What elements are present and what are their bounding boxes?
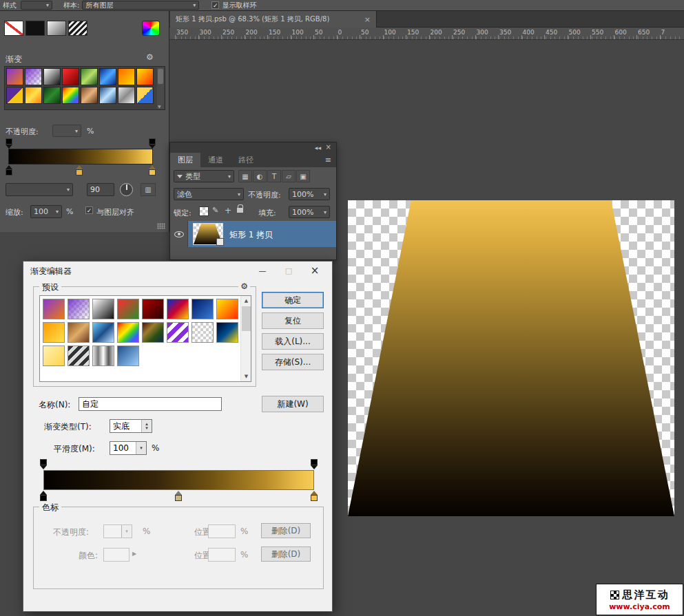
panel-opacity-field[interactable]: ▾ — [52, 125, 81, 137]
filter-smart-object-button[interactable]: ▣ — [296, 170, 310, 182]
angle-input[interactable]: 90 — [87, 183, 114, 196]
gradient-preset-swatch[interactable] — [68, 346, 90, 366]
swatch-none[interactable] — [4, 21, 23, 36]
gradient-preset-swatch[interactable] — [118, 68, 135, 85]
ok-button[interactable]: 确定 — [262, 292, 324, 308]
align-layer-checkbox[interactable]: ✓ — [85, 206, 93, 214]
filter-type-text-button[interactable]: T — [267, 170, 281, 182]
gradient-preset-swatch[interactable] — [81, 68, 98, 85]
gradient-preset-swatch[interactable] — [136, 68, 154, 85]
swatch-black[interactable] — [25, 21, 45, 36]
gradient-preset-swatch[interactable] — [43, 346, 65, 366]
gear-icon[interactable]: ⚙ — [238, 282, 250, 291]
lock-all-button[interactable] — [237, 204, 245, 215]
opacity-stop[interactable] — [39, 459, 48, 469]
blend-mode-dropdown[interactable]: 滤色 ▾ — [174, 188, 244, 200]
gradient-preset-swatch[interactable] — [6, 87, 23, 104]
scroll-up-arrow[interactable]: ▲ — [241, 296, 251, 306]
gradient-preset-swatch[interactable] — [99, 87, 116, 104]
new-button[interactable]: 新建(W) — [262, 396, 324, 412]
editor-gradient-bar[interactable] — [43, 470, 314, 490]
opacity-stop[interactable] — [310, 459, 318, 469]
layer-row[interactable]: 矩形 1 拷贝 — [170, 221, 336, 247]
gradient-preset-swatch[interactable] — [43, 87, 61, 104]
color-stop[interactable] — [310, 491, 318, 501]
presets-scrollbar[interactable]: ▼ — [157, 67, 164, 109]
rainbow-gradient-icon[interactable] — [142, 21, 160, 36]
save-button[interactable]: 存储(S)... — [262, 354, 324, 370]
layer-visibility-cell[interactable] — [170, 221, 188, 247]
sample-dropdown[interactable]: 所有图层 ▾ — [82, 1, 199, 10]
opacity-stop[interactable] — [148, 138, 156, 149]
opacity-stop[interactable] — [5, 138, 13, 149]
filter-adjustment-button[interactable]: ◐ — [253, 170, 267, 182]
dialog-close-button[interactable]: × — [303, 262, 327, 279]
gradient-preset-swatch[interactable] — [62, 68, 79, 85]
delete-opacity-stop-button[interactable]: 删除(D) — [261, 523, 311, 538]
filter-image-button[interactable]: ▦ — [238, 170, 252, 182]
dialog-titlebar[interactable]: 渐变编辑器 — □ × — [23, 262, 332, 279]
angle-dial[interactable] — [120, 183, 133, 196]
opacity-position-field[interactable] — [208, 524, 236, 538]
filter-shape-button[interactable]: ▱ — [282, 170, 296, 182]
gradient-preset-swatch[interactable] — [118, 87, 135, 104]
tab-layers[interactable]: 图层 — [170, 153, 200, 167]
gradient-preset-swatch[interactable] — [43, 68, 61, 85]
scrollbar-thumb[interactable] — [158, 69, 163, 84]
panel-resize-handle[interactable] — [157, 223, 165, 229]
gradient-options-button[interactable]: ▥ — [141, 183, 156, 196]
color-position-field[interactable] — [208, 548, 236, 562]
collapse-panel-icon[interactable]: ◀◀ — [315, 145, 321, 150]
gradient-preset-swatch[interactable] — [92, 322, 114, 343]
layer-opacity-dropdown[interactable]: 100% ▾ — [289, 188, 330, 200]
tab-close-icon[interactable]: × — [364, 15, 371, 24]
minimize-button[interactable]: — — [251, 262, 274, 279]
color-stop[interactable] — [148, 165, 156, 176]
load-button[interactable]: 载入(L)... — [262, 333, 324, 350]
delete-color-stop-button[interactable]: 删除(D) — [261, 546, 311, 562]
gradient-preset-swatch[interactable] — [216, 299, 238, 319]
gradient-midpoint[interactable] — [174, 491, 183, 501]
gradient-preset-swatch[interactable] — [142, 299, 164, 319]
gradient-preset-swatch[interactable] — [167, 299, 189, 319]
stop-color-swatch[interactable] — [103, 548, 129, 562]
panel-menu-icon[interactable]: ≡ — [325, 156, 331, 164]
maximize-button[interactable]: □ — [277, 262, 300, 279]
tab-paths[interactable]: 路径 — [231, 153, 261, 167]
gradient-preset-swatch[interactable] — [81, 87, 98, 104]
stop-opacity-field[interactable]: ▾ — [103, 524, 132, 538]
layer-visibility-eye-icon[interactable] — [174, 231, 184, 237]
dialog-presets-scrollbar[interactable]: ▲ ▼ — [240, 296, 251, 381]
layer-thumbnail[interactable] — [194, 224, 222, 244]
gradient-type-dropdown[interactable]: 实底 ▴▾ — [110, 419, 152, 433]
gradient-preset-swatch[interactable] — [25, 68, 42, 85]
tab-channels[interactable]: 通道 — [200, 153, 231, 167]
scroll-down-arrow[interactable]: ▼ — [241, 372, 251, 381]
filter-type-dropdown[interactable]: 类型 ▾ — [174, 170, 234, 182]
scroll-down-arrow[interactable]: ▼ — [158, 104, 161, 109]
gradient-preset-swatch[interactable] — [6, 68, 23, 85]
fill-dropdown[interactable]: 100% ▾ — [289, 206, 330, 218]
smoothness-dropdown[interactable]: 100 ▾ — [110, 441, 147, 455]
swatch-gray-gradient[interactable] — [47, 21, 66, 36]
lock-transparency-button[interactable] — [199, 206, 209, 216]
gradient-preset-swatch[interactable] — [191, 322, 214, 343]
gradient-preset-swatch[interactable] — [62, 87, 79, 104]
lock-position-button[interactable]: + — [225, 206, 231, 215]
horizontal-ruler[interactable]: 3503002502001501005005010015020025030035… — [169, 28, 684, 40]
gradient-preset-swatch[interactable] — [43, 322, 65, 343]
color-stop[interactable] — [75, 165, 83, 176]
gradient-preset-swatch[interactable] — [167, 322, 189, 343]
gradient-preset-swatch[interactable] — [117, 299, 139, 319]
document-tab[interactable]: 矩形 1 拷贝.psb @ 68.3% (矩形 1 拷贝, RGB/8) × — [170, 11, 377, 28]
style-dropdown[interactable]: ▾ — [21, 1, 52, 10]
gradient-preset-swatch[interactable] — [99, 68, 116, 85]
gradient-preset-swatch[interactable] — [25, 87, 42, 104]
gradient-preset-swatch[interactable] — [117, 346, 139, 366]
lock-pixels-button[interactable]: ✎ — [212, 206, 218, 215]
gradient-preset-swatch[interactable] — [68, 299, 90, 319]
gradient-preset-swatch[interactable] — [142, 322, 164, 343]
scale-dropdown[interactable]: 100 ▾ — [30, 205, 62, 218]
gradient-preset-swatch[interactable] — [216, 322, 238, 343]
gear-icon[interactable]: ⚙ — [146, 52, 154, 62]
